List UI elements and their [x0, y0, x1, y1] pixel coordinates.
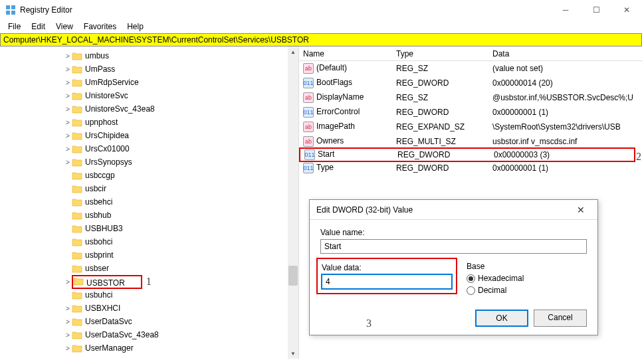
value-type: REG_DWORD	[393, 149, 490, 160]
svg-rect-3	[11, 11, 15, 15]
chevron-right-icon[interactable]: >	[64, 345, 72, 352]
radio-decimal[interactable]: Decimal	[467, 286, 587, 295]
dialog-body: Value name: Value data: Base Hexadecimal	[310, 220, 597, 335]
tree-scrollbar[interactable]: ▲ ▼	[288, 46, 298, 359]
annotation-1: 1	[146, 276, 152, 288]
tree-item-usbhub[interactable]: usbhub	[0, 209, 298, 222]
tree-highlight-usbstor: USBSTOR	[72, 275, 142, 289]
radio-hexadecimal[interactable]: Hexadecimal	[467, 274, 587, 283]
folder-icon	[72, 304, 82, 313]
chevron-right-icon[interactable]: >	[64, 331, 72, 339]
tree-item-usbehci[interactable]: usbehci	[0, 195, 298, 209]
tree-item-label: UnistoreSvc	[85, 91, 128, 100]
scroll-thumb[interactable]	[288, 266, 298, 286]
tree-item-label: UserDataSvc_43ea8	[85, 330, 159, 339]
tree-item-userdatasvc_43ea8[interactable]: >UserDataSvc_43ea8	[0, 328, 298, 341]
tree-item-label: UrsSynopsys	[85, 157, 132, 167]
menu-view[interactable]: View	[51, 21, 78, 33]
chevron-right-icon[interactable]: >	[64, 145, 72, 153]
tree-item-usbser[interactable]: usbser	[0, 262, 298, 275]
hex-label: Hexadecimal	[478, 274, 524, 283]
folder-icon	[72, 51, 82, 60]
radio-dot-icon	[467, 274, 475, 283]
menu-edit[interactable]: Edit	[26, 21, 51, 33]
value-row-default[interactable]: ab(Default)REG_SZ(value not set)	[299, 61, 642, 76]
address-bar[interactable]: Computer\HKEY_LOCAL_MACHINE\SYSTEM\Curre…	[0, 33, 642, 46]
tree-item-label: UserDataSvc	[85, 317, 132, 326]
tree-item-usbohci[interactable]: usbohci	[0, 235, 298, 248]
value-type-icon: 011	[303, 163, 314, 173]
tree-item-userdatasvc[interactable]: >UserDataSvc	[0, 315, 298, 328]
folder-icon	[72, 211, 82, 220]
tree-item-label: umbus	[85, 51, 109, 60]
tree-item-usbccgp[interactable]: usbccgp	[0, 169, 298, 182]
value-name: (Default)	[316, 63, 347, 72]
value-row-owners[interactable]: abOwnersREG_MULTI_SZusbstor.inf v_mscdsc…	[299, 134, 642, 149]
value-row-start[interactable]: 011StartREG_DWORD0x00000003 (3)	[299, 147, 635, 162]
dialog-titlebar[interactable]: Edit DWORD (32-bit) Value ✕	[310, 200, 597, 220]
close-button[interactable]: ✕	[611, 0, 642, 20]
col-name-header[interactable]: Name	[299, 48, 392, 60]
tree-item-usbuhci[interactable]: usbuhci	[0, 288, 298, 302]
value-name: Start	[318, 149, 334, 159]
value-type: REG_DWORD	[392, 78, 488, 88]
value-row-type[interactable]: 011TypeREG_DWORD0x00000001 (1)	[299, 161, 642, 175]
tree-item-upnphost[interactable]: >upnphost	[0, 116, 298, 129]
tree-item-urschipidea[interactable]: >UrsChipidea	[0, 129, 298, 142]
tree-item-usbhub3[interactable]: USBHUB3	[0, 222, 298, 235]
tree-item-label: usbehci	[85, 197, 112, 207]
tree-item-usbprint[interactable]: usbprint	[0, 248, 298, 262]
col-type-header[interactable]: Type	[392, 48, 488, 60]
tree-item-unistoresvc_43ea8[interactable]: >UnistoreSvc_43ea8	[0, 102, 298, 116]
chevron-right-icon[interactable]: >	[64, 92, 72, 100]
folder-icon	[72, 157, 82, 167]
chevron-right-icon[interactable]: >	[64, 106, 72, 113]
value-name-input[interactable]	[320, 239, 587, 254]
window-title: Registry Editor	[20, 5, 637, 15]
folder-icon	[72, 317, 82, 326]
value-row-bootflags[interactable]: 011BootFlagsREG_DWORD0x00000014 (20)	[299, 76, 642, 90]
tree-item-usbcir[interactable]: usbcir	[0, 182, 298, 195]
value-row-imagepath[interactable]: abImagePathREG_EXPAND_SZ\SystemRoot\Syst…	[299, 120, 642, 134]
chevron-right-icon[interactable]: >	[64, 132, 72, 139]
menu-file[interactable]: File	[3, 21, 26, 33]
folder-icon	[72, 330, 82, 339]
ok-button[interactable]: OK	[475, 310, 528, 327]
menu-help[interactable]: Help	[122, 21, 149, 33]
chevron-right-icon[interactable]: >	[64, 119, 72, 126]
scroll-down-icon[interactable]: ▼	[288, 348, 298, 359]
chevron-right-icon[interactable]: >	[64, 66, 72, 73]
tree-item-usbstor[interactable]: >USBSTOR1	[0, 275, 298, 288]
minimize-button[interactable]: ─	[550, 0, 581, 20]
tree-item-umrdpservice[interactable]: >UmRdpService	[0, 76, 298, 89]
tree-item-unistoresvc[interactable]: >UnistoreSvc	[0, 89, 298, 102]
folder-icon	[72, 104, 82, 114]
value-row-errorcontrol[interactable]: 011ErrorControlREG_DWORD0x00000001 (1)	[299, 105, 642, 120]
chevron-right-icon[interactable]: >	[64, 159, 72, 166]
scroll-up-icon[interactable]: ▲	[288, 46, 298, 57]
tree-item-urssynopsys[interactable]: >UrsSynopsys	[0, 155, 298, 169]
tree-item-label: usbprint	[85, 250, 114, 260]
value-type-icon: ab	[303, 92, 314, 103]
chevron-right-icon[interactable]: >	[64, 278, 72, 286]
chevron-right-icon[interactable]: >	[64, 79, 72, 86]
tree-item-usbxhci[interactable]: >USBXHCI	[0, 302, 298, 315]
cancel-button[interactable]: Cancel	[534, 310, 587, 327]
chevron-right-icon[interactable]: >	[64, 318, 72, 325]
dialog-close-button[interactable]: ✕	[571, 205, 591, 215]
col-data-header[interactable]: Data	[488, 48, 642, 60]
tree-item-usermanager[interactable]: >UserManager	[0, 341, 298, 355]
chevron-right-icon[interactable]: >	[64, 305, 72, 312]
maximize-button[interactable]: ☐	[581, 0, 611, 20]
tree-item-label: usbohci	[85, 237, 112, 246]
tree-item-label: UmPass	[85, 64, 115, 74]
value-data-input[interactable]	[322, 274, 452, 289]
menu-favorites[interactable]: Favorites	[78, 21, 122, 33]
tree-item-umpass[interactable]: >UmPass	[0, 62, 298, 76]
chevron-right-icon[interactable]: >	[64, 52, 72, 60]
svg-rect-2	[6, 11, 10, 15]
value-row-displayname[interactable]: abDisplayNameREG_SZ@usbstor.inf,%USBSTOR…	[299, 90, 642, 105]
tree-item-umbus[interactable]: >umbus	[0, 49, 298, 62]
value-data: (value not set)	[488, 63, 642, 74]
tree-item-urscx01000[interactable]: >UrsCx01000	[0, 142, 298, 155]
